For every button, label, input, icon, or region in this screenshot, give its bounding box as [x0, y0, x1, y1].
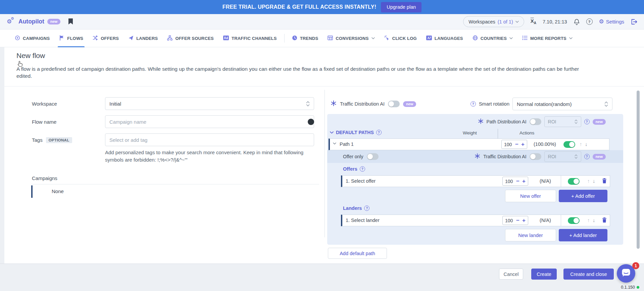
nav-item-flows[interactable]: FLOWS — [54, 30, 88, 47]
app-header: ⚙ ⚙ Autopilot new Workspaces (1 of 1) XA… — [0, 14, 644, 30]
chevron-down-icon[interactable] — [333, 142, 336, 144]
upgrade-plan-button[interactable]: Upgrade plan — [381, 2, 422, 12]
cancel-button[interactable]: Cancel — [499, 269, 523, 280]
move-down-icon[interactable]: ↓ — [585, 141, 588, 147]
weight-increase-button[interactable]: + — [521, 141, 525, 147]
divider — [561, 215, 561, 226]
flow-name-color-dot[interactable] — [308, 119, 314, 125]
move-up-icon[interactable]: ↑ — [587, 217, 590, 223]
gear-icon: ⚙ — [599, 19, 604, 24]
path-weight-value[interactable]: 100 — [504, 142, 512, 147]
move-down-icon[interactable]: ↓ — [593, 217, 595, 223]
traffic-distribution-ai-toggle[interactable] — [388, 101, 400, 107]
offer-weight-value[interactable]: 100 — [505, 179, 513, 184]
landers-help-icon[interactable]: ? — [364, 206, 369, 211]
default-paths-header[interactable]: DEFAULT PATHS ? — [330, 130, 382, 135]
traffic-ai-help-icon[interactable]: ? — [584, 154, 590, 159]
lander-weight-stepper: 100 − + — [502, 216, 528, 225]
smart-rotation-help-icon[interactable]: ? — [470, 101, 476, 107]
path-distribution-help-icon[interactable]: ? — [584, 119, 590, 124]
divider — [31, 184, 319, 184]
workspace-select[interactable]: Initial — [105, 97, 314, 110]
logout-icon[interactable] — [631, 19, 637, 25]
nav-item-trends[interactable]: TRENDS — [287, 30, 323, 47]
move-up-icon[interactable]: ↑ — [587, 178, 590, 184]
scrollbar-thumb[interactable] — [637, 91, 640, 249]
offer-row: 1. Select offer 100 − + (N/A) ↑ ↓ — [341, 175, 610, 187]
notifications-bell-icon[interactable] — [574, 18, 580, 25]
chevron-down-icon — [569, 37, 573, 39]
workspaces-count: (1 of 1) — [498, 19, 513, 24]
offers-help-icon[interactable]: ? — [360, 166, 365, 172]
nav-item-conversions[interactable]: CONVERSIONS — [323, 30, 379, 47]
traffic-distribution-ai-label: Traffic Distribution AI — [483, 154, 526, 159]
page-title: New flow — [16, 52, 45, 60]
help-icon[interactable]: ? — [586, 18, 593, 25]
path-traffic-ai-toggle[interactable] — [530, 153, 541, 160]
weight-decrease-button[interactable]: − — [516, 218, 519, 223]
smart-rotation-select[interactable]: Normal rotation(random) — [512, 98, 612, 110]
flow-name-input[interactable] — [105, 115, 314, 128]
smart-rotation-label: Smart rotation — [479, 101, 509, 107]
new-offer-button[interactable]: New offer — [505, 190, 556, 202]
nav-item-offer-sources[interactable]: OFFER SOURCES — [162, 30, 218, 47]
select-chevrons-icon — [604, 101, 608, 107]
weight-increase-button[interactable]: + — [522, 218, 526, 223]
path-enabled-toggle[interactable] — [563, 141, 575, 148]
move-down-icon[interactable]: ↓ — [593, 178, 595, 184]
path-share: (100.00%) — [534, 141, 556, 147]
list-icon — [522, 36, 528, 41]
traffic-distribution-ai-label: Traffic Distribution AI — [340, 101, 385, 107]
ai-icon — [331, 100, 337, 108]
lander-name[interactable]: 1. Select lander — [346, 218, 380, 223]
add-lander-button[interactable]: + Add lander — [559, 229, 607, 241]
add-offer-button[interactable]: + Add offer — [559, 190, 607, 202]
weight-decrease-button[interactable]: − — [515, 141, 518, 147]
traffic-distribution-row: Traffic Distribution AI new ? Smart rota… — [331, 98, 612, 110]
lander-row: 1. Select lander 100 − + (N/A) ↑ ↓ — [341, 215, 610, 226]
path-distribution-ai-toggle[interactable] — [530, 118, 541, 125]
delete-offer-icon[interactable] — [602, 178, 607, 185]
create-button[interactable]: Create — [531, 269, 557, 280]
offer-enabled-toggle[interactable] — [568, 178, 580, 185]
chevron-down-icon — [371, 37, 375, 39]
nav-item-click-log[interactable]: CLICK LOG — [380, 30, 422, 47]
lander-enabled-toggle[interactable] — [568, 217, 580, 224]
delete-lander-icon[interactable] — [602, 217, 607, 224]
weight-decrease-button[interactable]: − — [516, 178, 519, 184]
datetime-label: 7.10, 21:13 — [543, 19, 567, 24]
nav-item-landers[interactable]: LANDERS — [123, 30, 162, 47]
path-roi-select[interactable]: ROI — [544, 116, 581, 127]
flow-paths-panel: Path Distribution AI ROI ? new DEFAULT P… — [327, 114, 623, 245]
lander-weight-value[interactable]: 100 — [505, 218, 513, 223]
move-up-icon[interactable]: ↑ — [580, 141, 582, 147]
divider — [561, 176, 561, 187]
translate-icon[interactable]: XA — [531, 18, 536, 25]
nav-item-traffic-channels[interactable]: TRAFFIC CHANNELS — [218, 30, 282, 47]
offer-only-toggle[interactable] — [367, 153, 379, 160]
table-icon — [328, 35, 333, 42]
default-paths-help-icon[interactable]: ? — [376, 130, 382, 135]
lander-share: (N/A) — [540, 218, 551, 223]
status-dot-icon — [637, 286, 639, 289]
tags-input[interactable] — [105, 133, 314, 146]
new-badge: new — [593, 119, 606, 125]
offer-name[interactable]: 1. Select offer — [346, 178, 376, 184]
new-lander-button[interactable]: New lander — [505, 229, 556, 241]
add-default-path-button[interactable]: Add default path — [328, 248, 387, 259]
offer-share: (N/A) — [540, 178, 551, 184]
nav-item-more-reports[interactable]: MORE REPORTS — [517, 30, 577, 47]
nav-item-offers[interactable]: OFFERS — [88, 30, 123, 47]
offer-roi-select[interactable]: ROI — [544, 151, 581, 162]
page-app-title: Autopilot — [18, 18, 44, 25]
weight-increase-button[interactable]: + — [522, 178, 526, 184]
nav-item-campaigns[interactable]: CAMPAIGNS — [10, 30, 54, 47]
nav-item-countries[interactable]: COUNTRIES — [468, 30, 517, 47]
gears-icon: ⚙ ⚙ — [7, 18, 15, 26]
footer-bar: Cancel Create Create and close 1 0.1.150 — [0, 264, 644, 291]
settings-button[interactable]: ⚙ Settings — [599, 19, 624, 24]
create-and-close-button[interactable]: Create and close — [563, 269, 614, 280]
bookmark-icon[interactable] — [68, 18, 73, 25]
workspaces-dropdown[interactable]: Workspaces (1 of 1) — [463, 16, 524, 27]
nav-item-languages[interactable]: LANGUAGES — [422, 30, 468, 47]
